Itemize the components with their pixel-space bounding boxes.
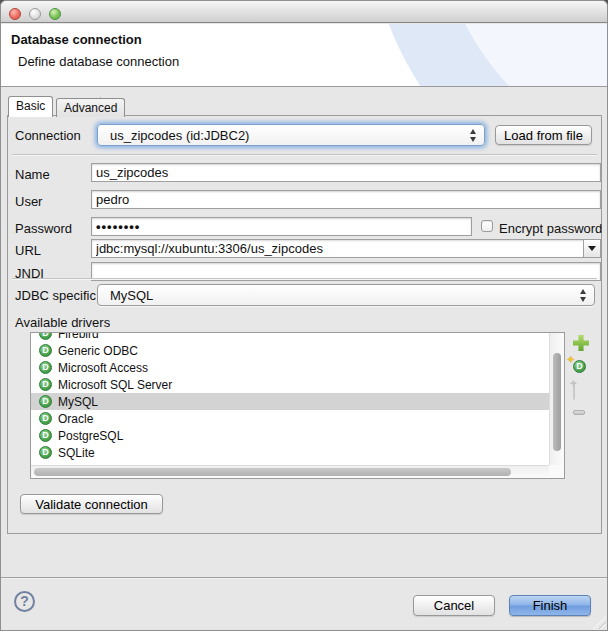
driver-item-label: Generic ODBC <box>58 344 138 358</box>
driver-item-microsoft-access[interactable]: D Microsoft Access <box>31 359 549 376</box>
combo-stepper-icon <box>579 289 588 302</box>
footer-divider <box>1 577 607 579</box>
user-label: User <box>15 192 42 211</box>
titlebar[interactable] <box>1 1 607 23</box>
url-combo-value: jdbc:mysql://xubuntu:3306/us_zipcodes <box>96 240 580 257</box>
minimize-button-icon[interactable] <box>29 8 41 20</box>
load-from-file-button[interactable]: Load from file <box>495 125 592 145</box>
url-label: URL <box>15 241 41 260</box>
page-subtitle: Define database connection <box>18 54 179 69</box>
driver-icon: D <box>39 378 52 391</box>
database-connection-dialog: Database connection Define database conn… <box>0 0 608 631</box>
tab-basic[interactable]: Basic <box>8 96 53 117</box>
vertical-scrollbar-thumb[interactable] <box>553 353 561 451</box>
driver-icon: D <box>39 412 52 425</box>
name-label: Name <box>15 165 50 184</box>
horizontal-scrollbar[interactable] <box>31 465 549 478</box>
driver-item-mysql[interactable]: D MySQL <box>31 393 549 410</box>
name-input[interactable]: us_zipcodes <box>91 163 601 182</box>
section-divider <box>12 154 597 156</box>
driver-item-generic-odbc[interactable]: D Generic ODBC <box>31 342 549 359</box>
vertical-scrollbar[interactable] <box>549 333 564 465</box>
jdbc-specific-select[interactable]: MySQL <box>97 284 595 306</box>
jndi-label: JNDI <box>15 264 44 283</box>
driver-icon: D <box>39 344 52 357</box>
driver-item-postgresql[interactable]: D PostgreSQL <box>31 427 549 444</box>
section-divider <box>12 278 597 280</box>
driver-item-label: Firebird <box>58 333 99 341</box>
basic-tab-panel: Connection us_zipcodes (id:JDBC2) Load f… <box>7 115 602 534</box>
close-button-icon[interactable] <box>9 8 21 20</box>
jdbc-specific-select-value: MySQL <box>110 288 579 303</box>
add-jar-icon <box>573 383 575 400</box>
driver-item-firebird[interactable]: D Firebird <box>31 333 549 342</box>
password-input[interactable]: •••••••• <box>91 217 472 236</box>
driver-item-sqlite[interactable]: D SQLite <box>31 444 549 461</box>
jdbc-specific-label: JDBC specific <box>15 286 96 305</box>
page-title: Database connection <box>11 32 142 47</box>
tab-bar: Basic Advanced <box>8 96 124 116</box>
combo-stepper-icon <box>469 129 478 142</box>
zoom-button-icon[interactable] <box>49 8 61 20</box>
star-icon: ✦ <box>567 354 575 365</box>
validate-connection-button[interactable]: Validate connection <box>20 494 163 514</box>
driver-item-label: PostgreSQL <box>58 429 123 443</box>
password-label: Password <box>15 219 72 238</box>
driver-item-label: Oracle <box>58 412 93 426</box>
driver-icon: D <box>39 446 52 459</box>
encrypt-password-label: Encrypt password <box>499 219 602 238</box>
driver-icon: D <box>39 429 52 442</box>
dropdown-arrow-icon[interactable] <box>583 240 600 257</box>
tab-advanced[interactable]: Advanced <box>56 98 125 117</box>
drivers-list[interactable]: D Firebird D Generic ODBC D Microsoft Ac… <box>30 332 565 479</box>
connection-select[interactable]: us_zipcodes (id:JDBC2) <box>97 124 485 146</box>
driver-item-label: Microsoft SQL Server <box>58 378 172 392</box>
available-drivers-label: Available drivers <box>15 313 110 332</box>
driver-icon: D <box>39 333 52 340</box>
remove-driver-icon <box>573 410 585 415</box>
connection-select-value: us_zipcodes (id:JDBC2) <box>110 128 469 143</box>
resize-grip[interactable] <box>593 616 606 629</box>
user-input[interactable]: pedro <box>91 190 601 209</box>
url-combo[interactable]: jdbc:mysql://xubuntu:3306/us_zipcodes <box>91 239 601 258</box>
cancel-button[interactable]: Cancel <box>413 595 495 616</box>
drivers-list-viewport: D Firebird D Generic ODBC D Microsoft Ac… <box>31 333 549 465</box>
driver-item-microsoft-sql-server[interactable]: D Microsoft SQL Server <box>31 376 549 393</box>
encrypt-password-checkbox[interactable] <box>481 220 493 232</box>
horizontal-scrollbar-thumb[interactable] <box>34 468 511 476</box>
add-driver-icon[interactable] <box>573 335 589 351</box>
driver-item-label: Microsoft Access <box>58 361 148 375</box>
help-button[interactable]: ? <box>14 591 35 612</box>
driver-icon: D <box>39 395 52 408</box>
scrollbar-corner <box>549 465 564 478</box>
driver-item-oracle[interactable]: D Oracle <box>31 410 549 427</box>
driver-icon: D <box>39 361 52 374</box>
wizard-banner: Database connection Define database conn… <box>1 24 607 87</box>
finish-button[interactable]: Finish <box>509 595 591 616</box>
driver-item-label: SQLite <box>58 446 95 460</box>
connection-label: Connection <box>15 126 81 145</box>
driver-item-label: MySQL <box>58 395 98 409</box>
